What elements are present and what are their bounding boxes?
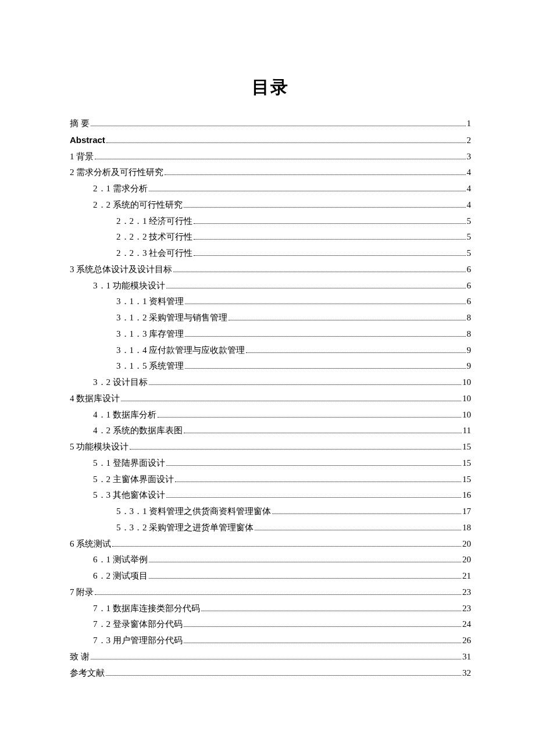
toc-entry: 致 谢31 xyxy=(70,649,471,665)
toc-entry: 2．2．2 技术可行性5 xyxy=(70,229,471,245)
toc-entry-label: 2．2．1 经济可行性 xyxy=(116,213,192,230)
toc-leader-dots xyxy=(184,433,462,433)
toc-entry: 4．2 系统的数据库表图11 xyxy=(70,423,471,439)
toc-leader-dots xyxy=(149,384,461,385)
toc-entry-page: 11 xyxy=(463,423,471,439)
toc-entry-page: 16 xyxy=(462,487,471,504)
toc-entry-page: 4 xyxy=(467,165,472,181)
toc-entry: 2．1 需求分析4 xyxy=(70,181,471,197)
toc-entry: 7．2 登录窗体部分代码24 xyxy=(70,616,471,633)
toc-entry-label: 7 附录 xyxy=(70,584,94,601)
toc-leader-dots xyxy=(184,626,461,627)
toc-leader-dots xyxy=(91,126,466,126)
toc-leader-dots xyxy=(106,142,466,143)
table-of-contents: 摘 要1Abstract21 背景32 需求分析及可行性研究42．1 需求分析4… xyxy=(70,116,471,681)
toc-leader-dots xyxy=(185,304,465,304)
toc-leader-dots xyxy=(229,320,465,320)
toc-entry-page: 32 xyxy=(462,665,471,682)
toc-entry: Abstract2 xyxy=(70,132,471,149)
toc-leader-dots xyxy=(184,207,466,208)
toc-entry-label: 2．1 需求分析 xyxy=(93,181,148,197)
toc-entry-page: 8 xyxy=(467,326,472,343)
toc-entry-label: 4．2 系统的数据库表图 xyxy=(93,423,183,439)
toc-leader-dots xyxy=(149,578,461,579)
toc-entry: 5 功能模块设计15 xyxy=(70,439,471,455)
toc-entry-label: 致 谢 xyxy=(70,649,90,665)
toc-entry-label: 5．2 主窗体界面设计 xyxy=(93,472,174,488)
toc-entry-page: 23 xyxy=(462,601,471,617)
toc-entry: 5．3．1 资料管理之供货商资料管理窗体17 xyxy=(70,504,471,520)
toc-entry: 7 附录23 xyxy=(70,584,471,601)
toc-entry: 摘 要1 xyxy=(70,116,471,132)
toc-entry-label: 5．3 其他窗体设计 xyxy=(93,487,165,504)
toc-entry-label: 5．3．2 采购管理之进货单管理窗体 xyxy=(116,520,254,536)
toc-leader-dots xyxy=(194,255,465,256)
toc-entry-label: 6．2 测试项目 xyxy=(93,568,148,584)
toc-entry: 7．1 数据库连接类部分代码23 xyxy=(70,601,471,617)
toc-entry: 5．2 主窗体界面设计15 xyxy=(70,472,471,488)
toc-entry-label: 2 需求分析及可行性研究 xyxy=(70,165,163,181)
toc-entry-page: 18 xyxy=(462,520,471,536)
toc-entry: 6．2 测试项目21 xyxy=(70,568,471,584)
toc-entry-page: 2 xyxy=(467,133,472,149)
toc-leader-dots xyxy=(121,401,461,401)
toc-entry: 2．2 系统的可行性研究4 xyxy=(70,197,471,213)
toc-entry-page: 1 xyxy=(467,116,472,132)
toc-entry: 2．2．3 社会可行性5 xyxy=(70,245,471,262)
toc-entry-page: 4 xyxy=(467,181,472,197)
toc-leader-dots xyxy=(175,482,461,482)
toc-entry-page: 24 xyxy=(462,616,471,633)
toc-entry-page: 8 xyxy=(467,310,472,326)
toc-entry: 3．1．5 系统管理9 xyxy=(70,358,471,375)
toc-entry-page: 6 xyxy=(467,262,472,278)
toc-entry-page: 5 xyxy=(467,245,472,262)
toc-entry-page: 20 xyxy=(462,552,471,568)
toc-entry-label: 3．1．2 采购管理与销售管理 xyxy=(116,310,227,326)
toc-entry-label: 6．1 测试举例 xyxy=(93,552,148,568)
toc-entry-label: 4．1 数据库分析 xyxy=(93,407,156,423)
toc-entry-label: 2．2 系统的可行性研究 xyxy=(93,197,183,213)
toc-entry-page: 9 xyxy=(467,343,472,359)
toc-entry-label: 3．1．4 应付款管理与应收款管理 xyxy=(116,343,245,359)
toc-entry-label: 3．1．1 资料管理 xyxy=(116,294,184,310)
toc-entry-page: 3 xyxy=(467,149,472,165)
toc-entry-label: 参考文献 xyxy=(70,665,105,682)
toc-entry: 1 背景3 xyxy=(70,149,471,165)
toc-leader-dots xyxy=(149,191,466,191)
toc-entry-label: 5．1 登陆界面设计 xyxy=(93,455,165,472)
toc-entry-label: 3．1 功能模块设计 xyxy=(93,278,165,294)
toc-entry: 3．1．4 应付款管理与应收款管理9 xyxy=(70,343,471,359)
toc-leader-dots xyxy=(173,272,465,272)
document-page: 目录 摘 要1Abstract21 背景32 需求分析及可行性研究42．1 需求… xyxy=(0,0,535,681)
toc-leader-dots xyxy=(165,174,465,175)
toc-entry: 3．2 设计目标10 xyxy=(70,375,471,391)
toc-entry-label: 7．1 数据库连接类部分代码 xyxy=(93,601,200,617)
toc-entry: 3．1．3 库存管理8 xyxy=(70,326,471,343)
toc-leader-dots xyxy=(166,465,461,466)
toc-entry-page: 15 xyxy=(462,472,471,488)
toc-entry: 2 需求分析及可行性研究4 xyxy=(70,165,471,181)
toc-leader-dots xyxy=(95,594,461,595)
toc-entry: 3．1．1 资料管理6 xyxy=(70,294,471,310)
toc-entry-page: 4 xyxy=(467,197,472,213)
toc-leader-dots xyxy=(166,497,461,498)
toc-leader-dots xyxy=(184,643,461,643)
toc-entry-label: 5．3．1 资料管理之供货商资料管理窗体 xyxy=(116,504,271,520)
toc-entry: 6 系统测试20 xyxy=(70,536,471,552)
toc-leader-dots xyxy=(166,288,466,288)
toc-entry-page: 9 xyxy=(467,358,472,375)
toc-entry: 6．1 测试举例20 xyxy=(70,552,471,568)
toc-entry: 7．3 用户管理部分代码26 xyxy=(70,633,471,649)
toc-leader-dots xyxy=(149,562,461,562)
toc-entry: 4 数据库设计10 xyxy=(70,391,471,407)
toc-leader-dots xyxy=(185,368,465,369)
toc-leader-dots xyxy=(91,659,461,659)
toc-entry: 参考文献32 xyxy=(70,665,471,682)
toc-entry: 2．2．1 经济可行性5 xyxy=(70,213,471,230)
toc-entry-page: 31 xyxy=(462,649,471,665)
toc-entry-label: 2．2．3 社会可行性 xyxy=(116,245,192,262)
toc-leader-dots xyxy=(194,223,465,224)
toc-leader-dots xyxy=(255,530,461,530)
toc-entry-page: 15 xyxy=(462,455,471,472)
toc-entry: 5．3 其他窗体设计16 xyxy=(70,487,471,504)
